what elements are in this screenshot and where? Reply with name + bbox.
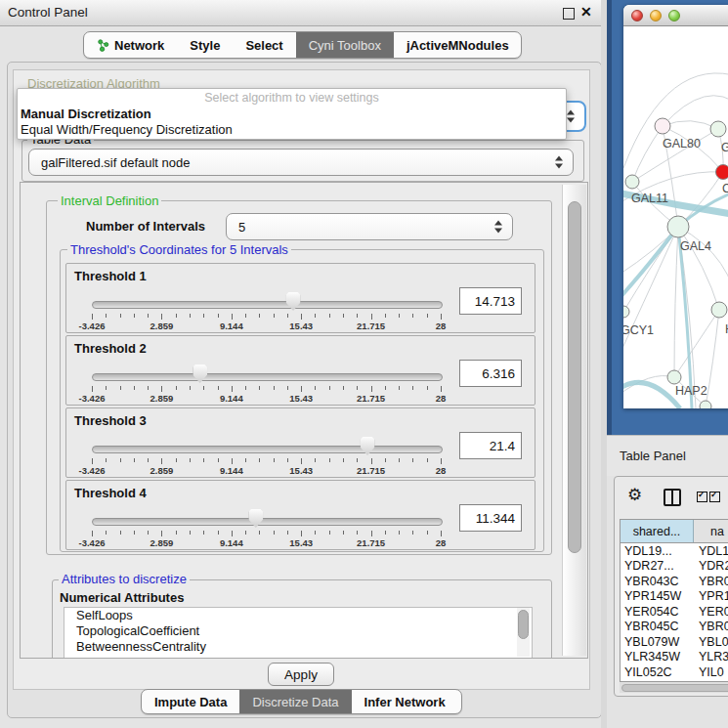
cell-shared-name[interactable]: YBL079W <box>621 635 694 649</box>
cell-shared-name[interactable]: YDL19... <box>621 544 694 558</box>
tab-cyni-toolbox[interactable]: Cyni Toolbox <box>296 32 394 58</box>
column-header-shared[interactable]: shared... <box>621 520 694 542</box>
threshold-value-field[interactable]: 6.316 <box>459 360 522 387</box>
cell-name[interactable]: YIL0 <box>694 665 724 679</box>
network-edge[interactable] <box>623 227 678 359</box>
dropdown-item-equal-width-frequency[interactable]: Equal Width/Frequency Discretization <box>21 122 233 137</box>
cell-shared-name[interactable]: YIL052C <box>621 665 694 679</box>
float-window-icon[interactable] <box>563 8 575 20</box>
tick-mark <box>385 386 386 390</box>
table-rows: YDL19...YDL1YDR27...YDR2YBR043CYBR0YPR14… <box>621 543 728 680</box>
tick-mark <box>203 458 204 462</box>
network-window-titlebar[interactable] <box>623 5 728 26</box>
table-row[interactable]: YBL079WYBL0 <box>621 634 728 650</box>
numerical-attributes-list[interactable]: SelfLoopsTopologicalCoefficientBetweenne… <box>64 607 533 659</box>
table-row[interactable]: YDR27...YDR2 <box>621 559 728 575</box>
tab-jactivemnodules[interactable]: jActiveMNodules <box>394 32 522 58</box>
table-row[interactable]: YBR043CYBR0 <box>621 574 728 589</box>
checkbox-icon[interactable] <box>709 492 720 502</box>
bottom-tabs: Impute Data Discretize Data Infer Networ… <box>141 689 462 714</box>
table-row[interactable]: YIL052CYIL0 <box>621 664 728 680</box>
network-node[interactable] <box>667 370 681 384</box>
apply-button[interactable]: Apply <box>268 663 334 686</box>
cell-name[interactable]: YBR0 <box>694 575 728 588</box>
cell-name[interactable]: YLR3 <box>694 650 728 664</box>
cell-name[interactable]: YBL0 <box>694 635 728 649</box>
attribute-item[interactable]: TopologicalCoefficient <box>64 623 532 639</box>
table-row[interactable]: YLR345WYLR3 <box>621 650 728 665</box>
scrollbar-thumb[interactable] <box>621 684 728 692</box>
tab-infer-network[interactable]: Infer Network <box>352 690 458 713</box>
network-node[interactable] <box>716 165 728 180</box>
cell-shared-name[interactable]: YDR27... <box>621 559 694 573</box>
threshold-value-field[interactable]: 14.713 <box>459 287 522 315</box>
checkbox-icon[interactable] <box>697 492 707 502</box>
network-node[interactable] <box>667 216 689 237</box>
cell-name[interactable]: YBR0 <box>694 620 728 633</box>
tick-mark <box>92 458 93 464</box>
close-traffic-light-icon[interactable] <box>631 10 643 21</box>
tab-impute-data[interactable]: Impute Data <box>142 690 239 713</box>
tick-mark <box>412 386 413 390</box>
table-row[interactable]: YDL19...YDL1 <box>621 543 728 559</box>
zoom-traffic-light-icon[interactable] <box>668 10 680 21</box>
tick-mark <box>134 458 135 462</box>
tick-mark <box>161 386 162 392</box>
cell-shared-name[interactable]: YLR345W <box>621 650 694 664</box>
panel-scrollbar[interactable] <box>562 185 586 656</box>
minimize-traffic-light-icon[interactable] <box>650 10 662 21</box>
attribute-item[interactable]: SelfLoops <box>64 608 532 623</box>
table-data-combo[interactable]: galFiltered.sif default node <box>28 149 574 176</box>
close-icon[interactable]: ✕ <box>580 4 592 20</box>
cell-name[interactable]: YDR2 <box>694 559 728 573</box>
number-of-intervals-combo[interactable]: 5 <box>226 213 513 240</box>
axis-tick-label: 15.43 <box>289 321 313 331</box>
network-node[interactable] <box>710 121 726 137</box>
split-view-icon[interactable] <box>664 489 681 506</box>
network-edge[interactable] <box>623 73 728 168</box>
axis-tick-label: 21.715 <box>357 393 385 404</box>
cell-shared-name[interactable]: YBR043C <box>621 575 694 588</box>
table-row[interactable]: YPR145WYPR1 <box>621 589 728 605</box>
cell-name[interactable]: YDL1 <box>694 544 728 558</box>
scrollbar-thumb[interactable] <box>518 610 529 639</box>
tab-style[interactable]: Style <box>177 32 233 58</box>
gear-icon[interactable]: ⚙ <box>627 485 642 505</box>
network-edge[interactable] <box>674 310 719 377</box>
cell-name[interactable]: YER0 <box>694 605 728 619</box>
network-node[interactable] <box>625 175 639 189</box>
axis-tick-label: -3.426 <box>79 393 106 404</box>
network-node[interactable] <box>655 118 670 134</box>
tick-mark <box>343 386 344 390</box>
cell-name[interactable]: YPR1 <box>694 589 728 603</box>
table-row[interactable]: YER054CYER0 <box>621 604 728 620</box>
network-edge[interactable] <box>663 121 718 129</box>
tick-mark <box>385 314 386 318</box>
threshold-panel: Threshold 1 -3.4262.8599.14415.4321.7152… <box>65 263 535 333</box>
network-graph[interactable]: GAL80GACGAL11GAL4GCY1HHAP2 <box>623 26 728 408</box>
network-edge-highlight[interactable] <box>623 227 678 300</box>
threshold-value-field[interactable]: 11.344 <box>459 504 522 532</box>
network-edge[interactable] <box>674 227 678 377</box>
cell-shared-name[interactable]: YPR145W <box>621 589 694 603</box>
cell-shared-name[interactable]: YER054C <box>621 605 694 619</box>
tab-select[interactable]: Select <box>233 32 295 58</box>
threshold-value-field[interactable]: 21.4 <box>459 432 522 459</box>
network-node[interactable] <box>711 302 727 318</box>
attribute-item[interactable]: BetweennessCentrality <box>64 639 532 655</box>
horizontal-scrollbar[interactable] <box>620 682 728 693</box>
tab-network[interactable]: Network <box>84 32 177 58</box>
dropdown-item-manual-discretization[interactable]: Manual Discretization <box>21 107 151 121</box>
tab-discretize-data[interactable]: Discretize Data <box>239 690 351 713</box>
scrollbar-thumb[interactable] <box>568 201 581 553</box>
network-edge[interactable] <box>706 310 719 407</box>
column-header-name[interactable]: na <box>694 520 728 542</box>
network-window[interactable]: GAL80GACGAL11GAL4GCY1HHAP2 <box>623 5 728 408</box>
table-row[interactable]: YBR045CYBR0 <box>621 620 728 635</box>
network-edge[interactable] <box>632 126 663 182</box>
network-node[interactable] <box>700 401 711 408</box>
network-node[interactable] <box>623 306 629 318</box>
tick-mark <box>190 458 191 462</box>
list-scrollbar[interactable] <box>517 608 530 657</box>
cell-shared-name[interactable]: YBR045C <box>621 620 694 633</box>
